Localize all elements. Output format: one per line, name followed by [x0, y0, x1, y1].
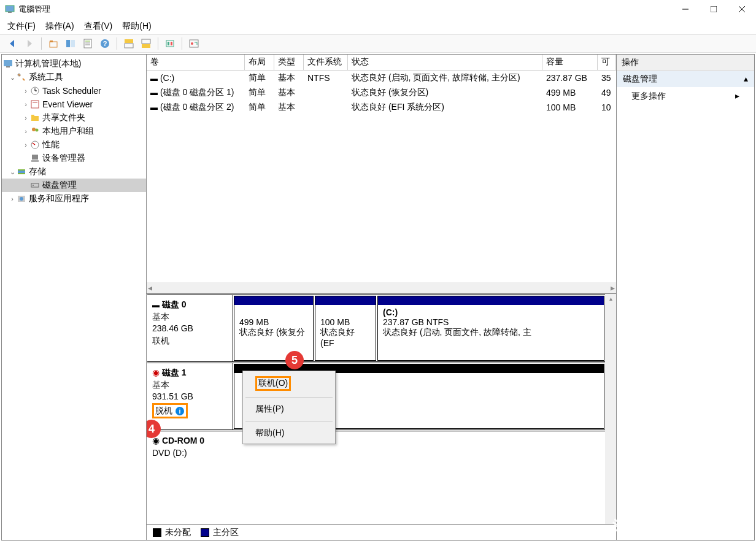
- col-free[interactable]: 可: [598, 55, 616, 70]
- scroll-right-icon[interactable]: ▸: [611, 283, 615, 293]
- col-type[interactable]: 类型: [274, 55, 304, 70]
- ctx-properties[interactable]: 属性(P): [243, 399, 335, 420]
- disk-info[interactable]: ◉ 磁盘 1 基本 931.51 GB 脱机 i: [147, 363, 233, 429]
- svg-rect-16: [125, 39, 133, 43]
- svg-rect-9: [71, 40, 75, 47]
- volume-list: 卷 布局 类型 文件系统 状态 容量 可 ▬ (C:) 简单 基本 NTFS 状…: [147, 55, 616, 294]
- svg-point-35: [32, 128, 36, 131]
- volume-row[interactable]: ▬ (C:) 简单 基本 NTFS 状态良好 (启动, 页面文件, 故障转储, …: [147, 71, 616, 85]
- arrow-right-icon: ▸: [735, 91, 739, 102]
- partition[interactable]: 499 MB状态良好 (恢复分: [234, 296, 314, 361]
- view-top-button[interactable]: [122, 36, 136, 51]
- collapse-icon[interactable]: ⌄: [8, 168, 17, 176]
- vol-fs: [304, 91, 348, 94]
- menubar: 文件(F) 操作(A) 查看(V) 帮助(H): [0, 18, 756, 34]
- expand-icon[interactable]: ›: [21, 87, 30, 94]
- partition[interactable]: (C:)237.87 GB NTFS状态良好 (启动, 页面文件, 故障转储, …: [377, 296, 604, 361]
- expand-icon[interactable]: ›: [21, 128, 30, 135]
- forward-button[interactable]: [22, 36, 37, 51]
- actions-section[interactable]: 磁盘管理 ▴: [617, 71, 754, 87]
- collapse-icon[interactable]: ⌄: [8, 74, 17, 82]
- storage-icon: [17, 167, 26, 177]
- event-icon: [30, 99, 40, 109]
- expand-icon[interactable]: ›: [8, 195, 17, 202]
- show-hide-button[interactable]: [63, 36, 78, 51]
- badge-5: 5: [285, 351, 304, 369]
- menu-help[interactable]: 帮助(H): [122, 21, 151, 32]
- ctx-help[interactable]: 帮助(H): [243, 423, 335, 444]
- h-scrollbar[interactable]: ◂ ▸: [147, 282, 616, 293]
- svg-point-36: [36, 129, 39, 132]
- partition[interactable]: 100 MB状态良好 (EF: [315, 296, 376, 361]
- toolbar: ?: [0, 34, 756, 53]
- tree-event-viewer[interactable]: ›Event Viewer: [2, 98, 146, 111]
- maximize-button[interactable]: [700, 0, 728, 18]
- section-label: 磁盘管理: [623, 74, 657, 85]
- svg-point-44: [33, 185, 34, 186]
- computer-icon: [3, 59, 13, 69]
- disk-info[interactable]: ▬ 磁盘 0 基本 238.46 GB 联机: [147, 295, 233, 361]
- volume-row[interactable]: ▬ (磁盘 0 磁盘分区 2) 简单 基本 状态良好 (EFI 系统分区) 10…: [147, 100, 616, 115]
- vol-cap: 100 MB: [542, 101, 598, 114]
- expand-icon[interactable]: ›: [21, 114, 30, 121]
- up-button[interactable]: [46, 36, 61, 51]
- scroll-left-icon[interactable]: ◂: [148, 283, 152, 293]
- action-more[interactable]: 更多操作 ▸: [617, 87, 754, 106]
- settings-button[interactable]: [163, 36, 177, 51]
- volume-row[interactable]: ▬ (磁盘 0 磁盘分区 1) 简单 基本 状态良好 (恢复分区) 499 MB…: [147, 85, 616, 100]
- minimize-button[interactable]: [671, 0, 700, 18]
- tree-task-scheduler[interactable]: ›Task Scheduler: [2, 84, 146, 98]
- v-scrollbar[interactable]: ▴: [605, 294, 616, 524]
- vol-cap: 499 MB: [542, 87, 598, 99]
- disk-row: ◉ 磁盘 1 基本 931.51 GB 脱机 i 联机(O) 属性(P): [147, 363, 605, 430]
- tree-shared-folders[interactable]: ›共享文件夹: [2, 111, 146, 125]
- svg-rect-10: [84, 39, 91, 48]
- disk-size: 931.51 GB: [152, 391, 228, 403]
- col-fs[interactable]: 文件系统: [304, 55, 348, 70]
- menu-action[interactable]: 操作(A): [45, 21, 74, 32]
- ctx-online[interactable]: 联机(O): [243, 371, 335, 396]
- vol-cap: 237.87 GB: [542, 72, 598, 84]
- svg-rect-22: [171, 42, 172, 45]
- menu-view[interactable]: 查看(V): [84, 21, 113, 32]
- info-icon[interactable]: i: [175, 406, 185, 416]
- tree-root[interactable]: 计算机管理(本地): [2, 57, 146, 71]
- menu-file[interactable]: 文件(F): [7, 21, 36, 32]
- tree-label: 存储: [29, 166, 46, 177]
- back-button[interactable]: [5, 36, 20, 51]
- tree-local-users[interactable]: ›本地用户和组: [2, 125, 146, 138]
- tree-storage[interactable]: ⌄存储: [2, 165, 146, 179]
- tree-device-manager[interactable]: 设备管理器: [2, 152, 146, 165]
- col-capacity[interactable]: 容量: [542, 55, 598, 70]
- svg-rect-33: [31, 116, 39, 121]
- tree-disk-management[interactable]: 磁盘管理: [2, 179, 146, 192]
- help-button[interactable]: ?: [98, 36, 112, 51]
- expand-icon[interactable]: ›: [21, 101, 30, 108]
- vol-status: 状态良好 (启动, 页面文件, 故障转储, 主分区): [348, 71, 542, 85]
- col-volume[interactable]: 卷: [147, 55, 245, 70]
- part-size: 237.87 GB NTFS: [383, 317, 599, 327]
- tree-services-apps[interactable]: ›服务和应用程序: [2, 192, 146, 206]
- svg-rect-8: [66, 40, 70, 47]
- disk-type: 基本: [152, 311, 228, 323]
- partition-header: [315, 296, 376, 305]
- view-bottom-button[interactable]: [139, 36, 153, 51]
- vol-layout: 简单: [245, 71, 274, 85]
- collapse-arrow-icon[interactable]: ▴: [744, 74, 748, 85]
- close-button[interactable]: [728, 0, 756, 18]
- col-layout[interactable]: 布局: [245, 55, 274, 70]
- expand-icon[interactable]: ›: [21, 141, 30, 148]
- svg-text:i: i: [179, 407, 180, 415]
- disk-info[interactable]: ◉ CD-ROM 0 DVD (D:): [147, 431, 233, 468]
- vol-free: 49: [598, 87, 616, 99]
- tree-system-tools[interactable]: ⌄系统工具: [2, 71, 146, 84]
- scroll-up-icon[interactable]: ▴: [605, 294, 616, 302]
- properties-button[interactable]: [80, 36, 95, 51]
- volume-icon: ▬: [150, 88, 158, 97]
- vol-fs: NTFS: [304, 72, 348, 84]
- tree-performance[interactable]: ›性能: [2, 138, 146, 152]
- refresh-button[interactable]: [187, 36, 201, 51]
- col-status[interactable]: 状态: [348, 55, 542, 70]
- titlebar: 電腦管理: [0, 0, 756, 18]
- disk-status-text: 脱机: [155, 406, 172, 415]
